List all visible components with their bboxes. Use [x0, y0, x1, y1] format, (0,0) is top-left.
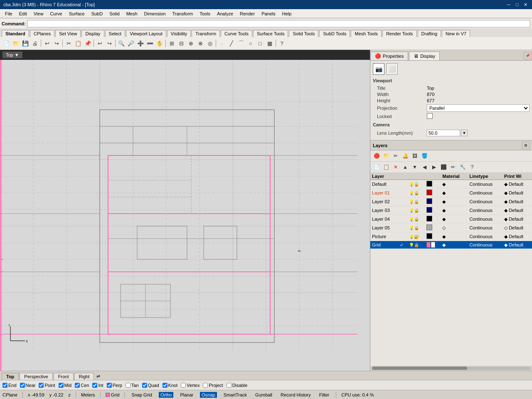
osnap-button[interactable]: Osnap	[200, 392, 217, 398]
layer-help-button[interactable]: ?	[468, 163, 477, 172]
layer-color-05[interactable]	[425, 224, 441, 232]
bottom-tab-front[interactable]: Front	[54, 373, 74, 380]
layer-new-button[interactable]: 📄	[372, 163, 381, 172]
viewport-title-btn[interactable]: Top ▼	[2, 52, 22, 58]
menu-mesh[interactable]: Mesh	[123, 10, 141, 17]
osnap-tan-checkbox[interactable]	[126, 383, 131, 388]
camera-properties-button[interactable]: 📷	[373, 63, 384, 75]
command-input[interactable]	[27, 20, 530, 27]
menu-transform[interactable]: Transform	[169, 10, 197, 17]
layer-color-picture[interactable]	[425, 232, 441, 241]
record-history-button[interactable]: Record History	[279, 392, 313, 398]
osnap-int-checkbox[interactable]	[92, 383, 97, 388]
tb-rect[interactable]: □	[256, 39, 265, 48]
osnap-perp-checkbox[interactable]	[107, 383, 112, 388]
menu-solid[interactable]: Solid	[106, 10, 123, 17]
layer-paint-button[interactable]: 🪣	[420, 151, 429, 160]
layer-color-03[interactable]	[425, 206, 441, 215]
tb-layer[interactable]: ◎	[205, 39, 214, 48]
tb-line[interactable]: ╱	[227, 39, 236, 48]
tb-open[interactable]: 📁	[11, 39, 20, 48]
tb-copy-incr[interactable]: ↩	[42, 39, 52, 48]
tb-save[interactable]: 💾	[21, 39, 30, 48]
tb-hatch[interactable]: ▦	[265, 39, 274, 48]
menu-render[interactable]: Render	[236, 10, 258, 17]
table-row[interactable]: Layer 03 💡🔒 ◆ Continuous ◆ Default	[370, 206, 532, 215]
tab-visibility[interactable]: Visibility	[167, 30, 191, 37]
tab-select[interactable]: Select	[105, 30, 126, 37]
osnap-point-checkbox[interactable]	[39, 383, 44, 388]
planar-button[interactable]: Planar	[178, 392, 195, 398]
tb-zoom-ext[interactable]: 🔍	[117, 39, 126, 48]
layers-scroll-track[interactable]	[372, 367, 530, 370]
tab-subd-tools[interactable]: SubD Tools	[319, 30, 350, 37]
tb-cut[interactable]: ✂	[64, 39, 73, 48]
layer-color-default[interactable]	[425, 180, 441, 189]
lens-dropdown-btn[interactable]: ▼	[461, 130, 468, 136]
menu-help[interactable]: Help	[279, 10, 295, 17]
layer-import-button[interactable]: 🔧	[458, 163, 467, 172]
tab-solid-tools[interactable]: Solid Tools	[289, 30, 318, 37]
menu-edit[interactable]: Edit	[16, 10, 30, 17]
layer-left-button[interactable]: ◀	[420, 163, 429, 172]
tb-help[interactable]: ?	[277, 39, 286, 48]
osnap-quad-checkbox[interactable]	[142, 383, 147, 388]
tab-transform[interactable]: Transform	[192, 30, 220, 37]
layers-scroll-thumb[interactable]	[372, 367, 467, 370]
menu-subd[interactable]: SubD	[88, 10, 106, 17]
tab-standard[interactable]: Standard	[2, 30, 29, 37]
tab-render-tools[interactable]: Render Tools	[382, 30, 417, 37]
table-row[interactable]: Picture 💡🔐 ◆ Continuous ◆ Default	[370, 232, 532, 241]
tb-viewport-1[interactable]: ⊞	[167, 39, 176, 48]
tab-cplanes[interactable]: CPlanes	[30, 30, 55, 37]
tb-redo[interactable]: ↪	[105, 39, 114, 48]
menu-analyze[interactable]: Analyze	[214, 10, 236, 17]
tab-surface-tools[interactable]: Surface Tools	[253, 30, 288, 37]
layer-image-button[interactable]: 🖼	[410, 151, 419, 160]
tab-scroll-arrows[interactable]: ⇌	[95, 373, 102, 380]
bottom-tab-top[interactable]: Top	[2, 373, 19, 380]
tab-curve-tools[interactable]: Curve Tools	[221, 30, 252, 37]
tb-zoom-out[interactable]: ➖	[145, 39, 155, 48]
layer-add-button[interactable]: 🔴	[372, 151, 381, 160]
osnap-vertex-checkbox[interactable]	[181, 383, 186, 388]
osnap-project-checkbox[interactable]	[203, 383, 208, 388]
menu-curve[interactable]: Curve	[47, 10, 65, 17]
layer-up-button[interactable]: ▲	[401, 163, 410, 172]
lens-input[interactable]	[427, 130, 460, 136]
tb-osnap[interactable]: ⊗	[196, 39, 205, 48]
table-row[interactable]: Layer 05 💡🔒 ◇ Continuous ◇ Default	[370, 224, 532, 232]
tab-mesh-tools[interactable]: Mesh Tools	[351, 30, 381, 37]
table-row[interactable]: Layer 02 💡🔒 ◆ Continuous ◆ Default	[370, 197, 532, 206]
layer-edit-button[interactable]: ✏	[391, 151, 400, 160]
bottom-tab-right[interactable]: Right	[74, 373, 94, 380]
tab-new-in-v7[interactable]: New in V7	[442, 30, 470, 37]
osnap-knot-checkbox[interactable]	[163, 383, 167, 388]
osnap-cen-checkbox[interactable]	[75, 383, 80, 388]
panel-pin-button[interactable]: 📌	[524, 52, 531, 59]
rect-properties-button[interactable]: ⬜	[386, 63, 398, 75]
tb-copy[interactable]: 📋	[74, 39, 83, 48]
layer-right-button[interactable]: ▶	[429, 163, 438, 172]
layer-color-04[interactable]	[425, 215, 441, 224]
close-button[interactable]: ✕	[522, 1, 529, 8]
osnap-disable-checkbox[interactable]	[227, 383, 232, 388]
menu-surface[interactable]: Surface	[66, 10, 88, 17]
menu-dimension[interactable]: Dimension	[141, 10, 169, 17]
snap-grid-button[interactable]: Snap Grid	[130, 392, 154, 398]
menu-view[interactable]: View	[30, 10, 47, 17]
tab-setview[interactable]: Set View	[55, 30, 81, 37]
tb-paste-incr[interactable]: ↪	[52, 39, 61, 48]
locked-checkbox[interactable]	[427, 113, 433, 119]
layer-export-button[interactable]: ✏	[448, 163, 458, 172]
menu-tools[interactable]: Tools	[196, 10, 214, 17]
gumball-button[interactable]: Gumball	[254, 392, 274, 398]
ortho-button[interactable]: Ortho	[159, 392, 174, 398]
tb-curve[interactable]: ⌒	[236, 39, 246, 48]
tb-viewport-2[interactable]: ⊟	[177, 39, 186, 48]
layer-folder-button[interactable]: 📁	[382, 151, 391, 160]
tb-print[interactable]: 🖨	[30, 39, 39, 48]
minimize-button[interactable]: ─	[505, 1, 512, 8]
table-row[interactable]: Layer 04 💡🔒 ◆ Continuous ◆ Default	[370, 215, 532, 224]
tb-point[interactable]: ·	[217, 39, 227, 48]
